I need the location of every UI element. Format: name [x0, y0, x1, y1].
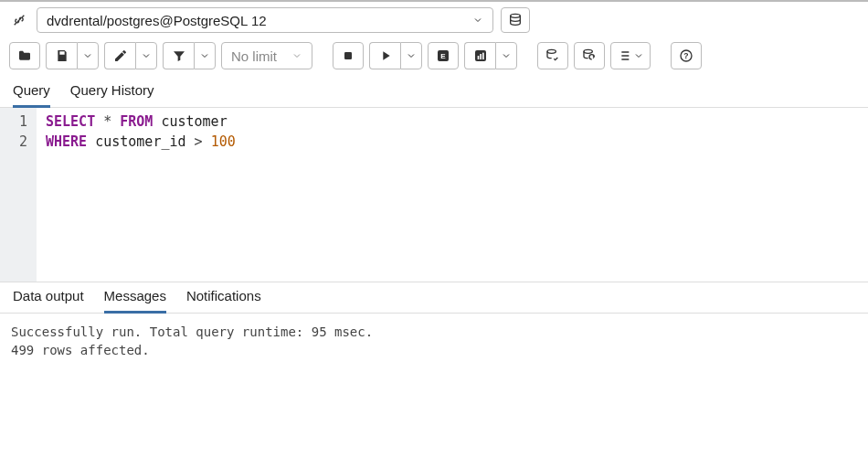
row-limit-label: No limit	[231, 48, 277, 64]
connection-bar: dvdrental/postgres@PostgreSQL 12	[0, 2, 868, 38]
chevron-down-icon	[82, 50, 93, 61]
execute-group	[369, 42, 422, 69]
list-icon	[617, 48, 631, 63]
svg-text:?: ?	[683, 51, 688, 60]
open-file-button[interactable]	[9, 42, 40, 69]
svg-rect-1	[344, 52, 352, 59]
message-line: Successfully run. Total query runtime: 9…	[11, 323, 857, 341]
sql-editor[interactable]: 1 2 SELECT * FROM customer WHERE custome…	[0, 108, 868, 282]
svg-rect-6	[480, 54, 482, 59]
macros-button[interactable]	[610, 42, 651, 69]
filter-button[interactable]	[163, 42, 194, 69]
row-limit-select[interactable]: No limit	[221, 42, 312, 69]
save-icon	[55, 48, 69, 63]
svg-point-0	[511, 14, 521, 17]
new-connection-button[interactable]	[501, 7, 530, 33]
query-toolbar: No limit E ?	[0, 38, 868, 77]
filter-dropdown[interactable]	[194, 42, 216, 69]
commit-button[interactable]	[537, 42, 568, 69]
help-icon: ?	[679, 48, 693, 63]
connection-select[interactable]: dvdrental/postgres@PostgreSQL 12	[37, 7, 493, 33]
help-button[interactable]: ?	[671, 42, 702, 69]
analyze-button[interactable]	[464, 42, 495, 69]
filter-icon	[172, 48, 186, 63]
svg-rect-7	[482, 53, 484, 59]
svg-text:E: E	[440, 52, 446, 60]
chevron-down-icon	[199, 50, 210, 61]
message-line: 499 rows affected.	[11, 341, 857, 359]
save-button[interactable]	[46, 42, 77, 69]
chevron-down-icon	[633, 50, 644, 61]
tab-query[interactable]: Query	[13, 77, 50, 108]
chevron-down-icon	[406, 50, 417, 61]
database-icon	[508, 13, 523, 27]
svg-rect-5	[477, 56, 479, 59]
save-dropdown[interactable]	[77, 42, 99, 69]
stop-button[interactable]	[333, 42, 364, 69]
database-rollback-icon	[582, 48, 597, 63]
filter-group	[163, 42, 216, 69]
explain-button[interactable]: E	[428, 42, 459, 69]
chevron-down-icon	[501, 50, 512, 61]
chevron-down-icon	[472, 15, 483, 26]
connection-label: dvdrental/postgres@PostgreSQL 12	[47, 13, 267, 28]
folder-icon	[17, 48, 32, 63]
messages-panel: Successfully run. Total query runtime: 9…	[0, 314, 868, 368]
pencil-icon	[113, 48, 128, 63]
editor-content[interactable]: SELECT * FROM customer WHERE customer_id…	[37, 108, 245, 282]
tab-data-output[interactable]: Data output	[13, 282, 84, 314]
tab-notifications[interactable]: Notifications	[186, 282, 261, 314]
editor-tabs: Query Query History	[0, 77, 868, 108]
save-group	[46, 42, 99, 69]
play-icon	[378, 48, 393, 63]
chevron-down-icon	[141, 50, 152, 61]
connection-status-icon	[9, 10, 29, 30]
edit-button[interactable]	[104, 42, 135, 69]
editor-gutter: 1 2	[0, 108, 37, 282]
rollback-button[interactable]	[574, 42, 605, 69]
tab-query-history[interactable]: Query History	[70, 77, 154, 108]
edit-group	[104, 42, 157, 69]
svg-point-8	[547, 49, 556, 53]
stop-icon	[341, 48, 355, 63]
tab-messages[interactable]: Messages	[104, 282, 166, 314]
edit-dropdown[interactable]	[135, 42, 157, 69]
chevron-down-icon	[291, 50, 302, 61]
database-check-icon	[545, 48, 560, 63]
analyze-dropdown[interactable]	[495, 42, 517, 69]
svg-point-9	[584, 49, 592, 53]
explain-icon: E	[436, 48, 450, 63]
execute-dropdown[interactable]	[400, 42, 422, 69]
output-tabs: Data output Messages Notifications	[0, 282, 868, 314]
execute-button[interactable]	[369, 42, 400, 69]
chart-icon	[473, 48, 488, 63]
analyze-group	[464, 42, 517, 69]
